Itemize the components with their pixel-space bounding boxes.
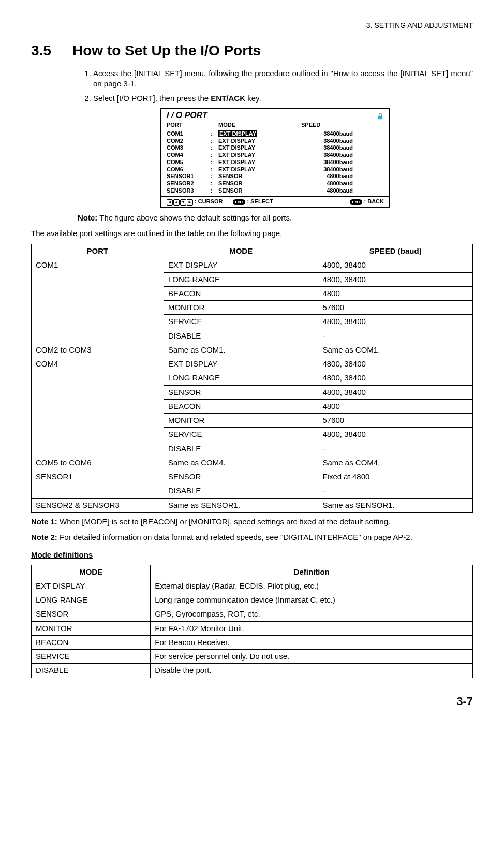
screen-footer: ◄▲▼► : CURSOR ENT : SELECT ENT : BACK (161, 196, 389, 207)
port-table-header-speed: SPEED (baud) (318, 244, 473, 258)
screen-row: SENSOR1:SENSOR4800baud (167, 173, 384, 180)
page-number: 3-7 (31, 694, 473, 709)
table-row: BEACONFor Beacon Receiver. (32, 635, 473, 649)
screen-row: COM6:EXT DISPLAY38400baud (167, 166, 384, 173)
table-row: SENSOR2 & SENSOR3Same as SENSOR1.Same as… (32, 498, 473, 512)
note-2-label: Note 2: (31, 533, 57, 541)
note-2-text: For detailed information on data format … (57, 533, 412, 541)
note-1-text: When [MODE] is set to [BEACON] or [MONIT… (57, 517, 390, 526)
table-row: LONG RANGELong range communication devic… (32, 593, 473, 607)
mode-table-header-mode: MODE (32, 565, 151, 579)
io-port-screen: I / O PORT PORT MODE SPEED COM1:EXT DISP… (160, 108, 390, 207)
note-label: Note: (78, 213, 97, 222)
step-2-text-c: key. (245, 94, 261, 103)
table-row: EXT DISPLAYExternal display (Radar, ECDI… (32, 579, 473, 593)
screen-title: I / O PORT (167, 110, 207, 121)
step-2-text-a: Select [I/O PORT], then press the (93, 94, 211, 103)
table-row: SENSORGPS, Gyrocompass, ROT, etc. (32, 607, 473, 621)
mode-definitions-heading: Mode definitions (31, 550, 473, 560)
screen-row: COM5:EXT DISPLAY38400baud (167, 159, 384, 166)
table-row: SENSOR1SENSORFixed at 4800 (32, 470, 473, 484)
table-row: MONITORFor FA-1702 Monitor Unit. (32, 621, 473, 635)
ent-icon: ENT (350, 199, 362, 205)
footer-select: : SELECT (247, 198, 273, 204)
lock-icon (377, 112, 384, 119)
note-after-screen: Note: The figure above shows the default… (78, 213, 473, 223)
table-row: COM2 to COM3Same as COM1.Same as COM1. (32, 343, 473, 357)
port-table-header-mode: MODE (164, 244, 318, 258)
step-2-key: ENT/ACK (211, 94, 245, 103)
screen-row: COM4:EXT DISPLAY38400baud (167, 152, 384, 159)
chapter-header: 3. SETTING AND ADJUSTMENT (31, 21, 473, 31)
screen-header-port: PORT (167, 121, 218, 129)
table-row: COM4EXT DISPLAY4800, 38400 (32, 357, 473, 371)
arrow-icons: ◄▲▼► (167, 199, 193, 206)
footer-back: : BACK (364, 198, 384, 204)
screen-rows: COM1:EXT DISPLAY38400baudCOM2:EXT DISPLA… (161, 129, 389, 196)
screen-row: COM2:EXT DISPLAY38400baud (167, 138, 384, 145)
section-title: 3.5How to Set Up the I/O Ports (31, 41, 473, 61)
screen-row: COM3:EXT DISPLAY38400baud (167, 144, 384, 152)
svg-rect-0 (378, 116, 382, 120)
port-table-header-port: PORT (32, 244, 164, 258)
table-row: COM5 to COM6Same as COM4.Same as COM4. (32, 456, 473, 470)
port-settings-table: PORT MODE SPEED (baud) COM1EXT DISPLAY48… (31, 244, 473, 513)
table-row: SERVICEFor service personnel only. Do no… (32, 650, 473, 664)
screen-header-speed: SPEED (301, 121, 363, 129)
steps-list: Access the [INITIAL SET] menu, following… (78, 68, 473, 104)
screen-column-headers: PORT MODE SPEED (161, 121, 389, 129)
mode-table-header-def: Definition (151, 565, 473, 579)
step-1: Access the [INITIAL SET] menu, following… (93, 68, 473, 90)
step-2: Select [I/O PORT], then press the ENT/AC… (93, 93, 473, 104)
section-number: 3.5 (31, 41, 72, 61)
screen-header-mode: MODE (218, 121, 301, 129)
footer-cursor: : CURSOR (195, 198, 223, 204)
screen-row: SENSOR3:SENSOR4800baud (167, 187, 384, 195)
table-row: COM1EXT DISPLAY4800, 38400 (32, 258, 473, 272)
note-1-label: Note 1: (31, 517, 57, 526)
screen-row: COM1:EXT DISPLAY38400baud (167, 130, 384, 138)
note-1: Note 1: When [MODE] is set to [BEACON] o… (31, 517, 473, 527)
body-text: The available port settings are outlined… (31, 228, 473, 239)
table-row: DISABLEDisable the port. (32, 664, 473, 678)
screen-row: SENSOR2:SENSOR4800baud (167, 180, 384, 187)
note-text: The figure above shows the default setti… (97, 213, 292, 222)
mode-definitions-table: MODE Definition EXT DISPLAYExternal disp… (31, 565, 473, 678)
ent-icon: ENT (233, 199, 245, 205)
section-title-text: How to Set Up the I/O Ports (72, 42, 261, 58)
note-2: Note 2: For detailed information on data… (31, 532, 473, 543)
